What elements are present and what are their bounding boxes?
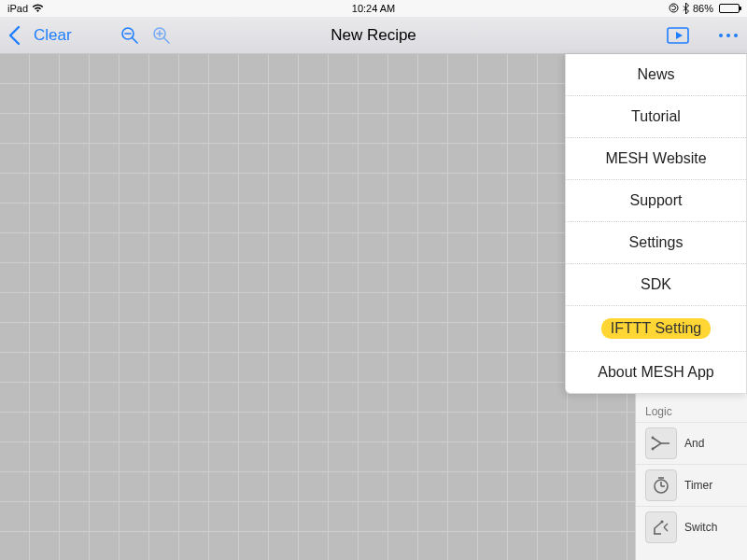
clear-button[interactable]: Clear <box>34 26 72 45</box>
recipes-button[interactable] <box>665 25 691 46</box>
menu-item-sdk[interactable]: SDK <box>566 264 746 306</box>
svg-point-14 <box>652 437 655 440</box>
svg-point-15 <box>652 448 655 451</box>
svg-point-12 <box>734 34 738 37</box>
block-label: Timer <box>684 479 712 492</box>
back-button[interactable] <box>7 25 21 46</box>
wifi-icon <box>32 4 44 13</box>
status-bar: iPad 10:24 AM 86% <box>0 0 747 17</box>
svg-point-21 <box>660 520 663 523</box>
sidebar-section-label: Logic <box>636 399 747 422</box>
block-item-switch[interactable]: Switch <box>636 506 747 548</box>
block-item-timer[interactable]: Timer <box>636 464 747 506</box>
zoom-in-button[interactable] <box>152 26 171 45</box>
and-icon <box>645 427 677 459</box>
svg-marker-9 <box>676 32 683 39</box>
app-toolbar: Clear New Recipe <box>0 17 747 54</box>
battery-percent: 86% <box>693 3 713 14</box>
canvas-grid[interactable] <box>0 54 635 560</box>
menu-item-about[interactable]: About MESH App <box>566 352 746 393</box>
menu-item-highlight: IFTTT Setting <box>601 318 712 339</box>
svg-point-10 <box>719 34 723 37</box>
zoom-out-button[interactable] <box>120 26 139 45</box>
device-name: iPad <box>7 3 28 14</box>
page-title: New Recipe <box>331 26 416 45</box>
menu-item-support[interactable]: Support <box>566 180 746 222</box>
block-item-and[interactable]: And <box>636 422 747 464</box>
status-time: 10:24 AM <box>352 3 395 14</box>
svg-point-0 <box>669 4 678 12</box>
battery-icon <box>719 4 740 13</box>
status-right: 86% <box>669 3 740 15</box>
svg-point-11 <box>726 34 730 37</box>
status-left: iPad <box>7 3 44 14</box>
menu-item-settings[interactable]: Settings <box>566 222 746 264</box>
more-menu-popover: News Tutorial MESH Website Support Setti… <box>565 54 747 394</box>
menu-item-ifttt[interactable]: IFTTT Setting <box>566 306 746 352</box>
block-list: And Timer Switch <box>636 422 747 548</box>
orientation-lock-icon <box>669 3 679 15</box>
svg-line-5 <box>163 37 169 43</box>
more-button[interactable] <box>717 32 740 39</box>
block-label: Switch <box>684 521 717 534</box>
menu-item-news[interactable]: News <box>566 54 746 96</box>
bluetooth-icon <box>683 3 689 14</box>
menu-item-website[interactable]: MESH Website <box>566 138 746 180</box>
block-label: And <box>684 437 704 450</box>
workspace: Logic And Timer Switch <box>0 54 747 560</box>
timer-icon <box>645 469 677 501</box>
svg-line-2 <box>132 37 137 43</box>
menu-item-tutorial[interactable]: Tutorial <box>566 96 746 138</box>
switch-icon <box>645 511 677 543</box>
